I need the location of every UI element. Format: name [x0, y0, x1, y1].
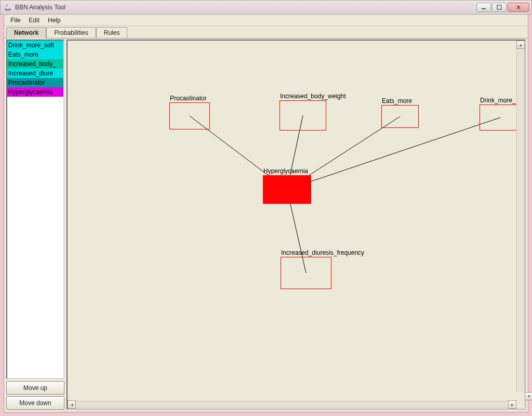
titlebar: BBN Analysis Tool [0, 0, 532, 15]
tab-probabilities[interactable]: Probabilities [46, 27, 96, 38]
graph-canvas[interactable]: ProcastinatorIncreased_body_weightEats_m… [68, 41, 516, 400]
sidebar: Drink_more_softEats_moreIncreased_body_I… [6, 40, 64, 410]
graph-node-increased_body[interactable]: Increased_body_weight [280, 100, 326, 131]
graph-node-label: Increased_diuresis_frequency [281, 249, 364, 256]
node-list-item[interactable]: Hyperglycaemia [7, 87, 63, 97]
graph-node-drink_more[interactable]: Drink_more_ [480, 105, 516, 131]
svg-rect-1 [497, 5, 501, 9]
scroll-down-arrow-icon[interactable]: ▾ [525, 392, 532, 400]
scroll-up-arrow-icon[interactable]: ▴ [516, 41, 525, 49]
window-client-area: File Edit Help Network Probabilities Rul… [4, 14, 528, 412]
graph-node-increased_diure[interactable]: Increased_diuresis_frequency [281, 257, 331, 289]
maximize-button[interactable] [492, 3, 507, 12]
move-up-button[interactable]: Move up [6, 381, 64, 395]
scroll-right-arrow-icon[interactable]: ▸ [508, 400, 516, 409]
tab-rules[interactable]: Rules [96, 27, 128, 38]
graph-node-procastinator[interactable]: Procastinator [169, 102, 210, 129]
menu-file[interactable]: File [6, 16, 24, 25]
tab-row: Network Probabilities Rules [4, 26, 528, 38]
window-title: BBN Analysis Tool [15, 4, 65, 11]
horizontal-scroll-track[interactable] [76, 401, 508, 408]
node-list-item[interactable]: Increased_diure [7, 69, 63, 78]
tab-network[interactable]: Network [6, 27, 46, 38]
close-button[interactable] [508, 3, 529, 12]
node-list-item[interactable]: Drink_more_soft [7, 41, 63, 50]
window-controls [476, 3, 529, 12]
graph-node-label: Eats_more [382, 97, 412, 105]
graph-frame: ProcastinatorIncreased_body_weightEats_m… [66, 40, 526, 410]
menu-edit[interactable]: Edit [24, 16, 44, 25]
menubar: File Edit Help [4, 15, 528, 26]
scroll-left-arrow-icon[interactable]: ◂ [68, 400, 76, 409]
horizontal-scrollbar[interactable]: ◂ ▸ [68, 400, 516, 409]
node-list-item[interactable]: Eats_more [7, 50, 63, 59]
node-list[interactable]: Drink_more_softEats_moreIncreased_body_I… [6, 40, 64, 379]
java-app-icon [4, 3, 12, 11]
svg-rect-0 [482, 8, 486, 9]
content-area: Drink_more_softEats_moreIncreased_body_I… [4, 38, 528, 412]
vertical-scroll-track[interactable] [516, 49, 525, 392]
graph-node-hyperglycaemia[interactable]: Hyperglycaemia [263, 175, 311, 204]
vertical-scrollbar[interactable]: ▴ ▾ [516, 41, 525, 400]
menu-help[interactable]: Help [44, 16, 65, 25]
move-down-button[interactable]: Move down [6, 396, 64, 410]
minimize-button[interactable] [476, 3, 491, 12]
graph-node-eats_more[interactable]: Eats_more [381, 105, 419, 128]
graph-node-label: Hyperglycaemia [263, 167, 308, 175]
node-list-item[interactable]: Increased_body_ [7, 59, 63, 69]
graph-node-label: Procastinator [170, 95, 207, 102]
graph-node-label: Increased_body_weight [280, 93, 346, 100]
node-list-item[interactable]: Procastinator [7, 78, 63, 87]
graph-node-label: Drink_more_ [480, 97, 516, 104]
